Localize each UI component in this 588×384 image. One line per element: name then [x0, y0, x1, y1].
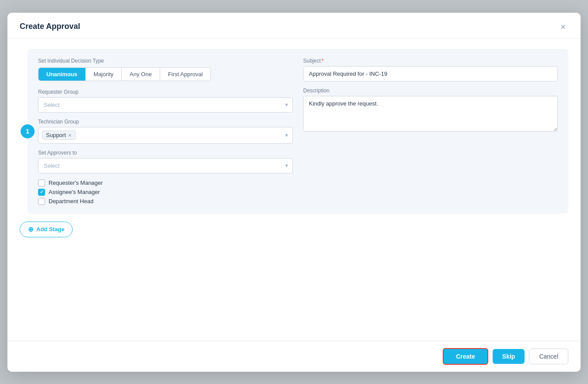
description-textarea[interactable]: Kindly approve the request. — [303, 96, 558, 132]
stage-content: Set Individual Decision Type Unanimous M… — [38, 58, 558, 205]
set-approvers-wrapper: Select ▾ — [38, 158, 293, 173]
checkbox-assignees-manager-input[interactable] — [38, 189, 45, 196]
close-button[interactable]: × — [558, 21, 568, 32]
subject-input[interactable] — [303, 66, 558, 81]
checkbox-requesters-manager-label: Requester's Manager — [49, 180, 103, 186]
create-button[interactable]: Create — [443, 348, 488, 365]
checkbox-department-head-label: Department Head — [49, 198, 94, 204]
modal-title: Create Approval — [20, 22, 80, 31]
add-stage-button[interactable]: ⊕ Add Stage — [20, 222, 73, 237]
tab-unanimous[interactable]: Unanimous — [38, 68, 86, 81]
stage-right: Subject* Description Kindly approve the … — [303, 58, 558, 205]
subject-label: Subject* — [303, 58, 558, 64]
checkbox-requesters-manager-input[interactable] — [38, 180, 45, 187]
checkbox-assignees-manager[interactable]: Assignee's Manager — [38, 189, 293, 196]
checkbox-requesters-manager[interactable]: Requester's Manager — [38, 180, 293, 187]
modal-footer: Create Skip Cancel — [7, 341, 581, 372]
technician-group-label: Technician Group — [38, 119, 293, 125]
checkbox-department-head[interactable]: Department Head — [38, 198, 293, 205]
tab-first-approval[interactable]: First Approval — [160, 68, 210, 81]
technician-group-field: Technician Group Support × ▾ — [38, 119, 293, 144]
stage-section: 1 Set Individual Decision Type Unanimous… — [28, 49, 568, 214]
modal-body: 1 Set Individual Decision Type Unanimous… — [7, 39, 581, 341]
decision-type-field: Set Individual Decision Type Unanimous M… — [38, 58, 293, 81]
cancel-button[interactable]: Cancel — [529, 349, 568, 364]
create-approval-modal: Create Approval × 1 Set Individual Decis… — [7, 13, 581, 372]
modal-header: Create Approval × — [7, 13, 581, 39]
subject-field: Subject* — [303, 58, 558, 81]
set-approvers-label: Set Approvers to — [38, 150, 293, 156]
skip-button[interactable]: Skip — [493, 349, 525, 364]
technician-tag-label: Support — [46, 132, 66, 138]
technician-tag: Support × — [42, 130, 76, 140]
stage-left: Set Individual Decision Type Unanimous M… — [38, 58, 293, 205]
add-stage-label: Add Stage — [36, 226, 64, 233]
checkbox-department-head-input[interactable] — [38, 198, 45, 205]
requester-group-select[interactable]: Select — [38, 97, 293, 113]
description-field: Description Kindly approve the request. — [303, 88, 558, 132]
decision-type-tabs: Unanimous Majority Any One First Approva… — [38, 67, 211, 81]
tab-any-one[interactable]: Any One — [122, 68, 160, 81]
tab-majority[interactable]: Majority — [86, 68, 122, 81]
requester-group-wrapper: Select ▾ — [38, 97, 293, 113]
checkbox-assignees-manager-label: Assignee's Manager — [49, 189, 100, 195]
decision-type-label: Set Individual Decision Type — [38, 58, 293, 64]
technician-tag-remove-icon[interactable]: × — [68, 132, 72, 138]
add-stage-plus-icon: ⊕ — [28, 225, 34, 233]
stage-number: 1 — [21, 124, 35, 138]
technician-group-input[interactable]: Support × — [38, 127, 293, 144]
subject-required-marker: * — [322, 58, 324, 64]
requester-group-field: Requester Group Select ▾ — [38, 89, 293, 113]
set-approvers-select[interactable]: Select — [38, 158, 293, 173]
requester-group-label: Requester Group — [38, 89, 293, 95]
description-label: Description — [303, 88, 558, 94]
approvers-checkboxes: Requester's Manager Assignee's Manager D… — [38, 180, 293, 205]
set-approvers-field: Set Approvers to Select ▾ — [38, 150, 293, 173]
